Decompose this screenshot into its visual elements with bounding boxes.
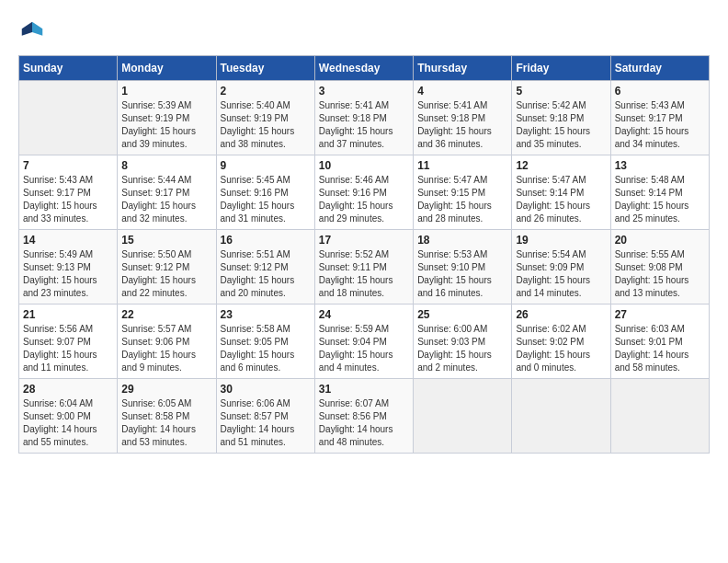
cell-detail: Sunrise: 5:47 AMSunset: 9:14 PMDaylight:… [516,174,606,225]
calendar-header: SundayMondayTuesdayWednesdayThursdayFrid… [19,56,710,81]
cell-detail: Sunrise: 6:07 AMSunset: 8:56 PMDaylight:… [319,397,409,449]
cell-detail: Sunrise: 6:05 AMSunset: 8:58 PMDaylight:… [121,397,211,449]
cell-detail: Sunrise: 5:57 AMSunset: 9:06 PMDaylight:… [121,323,211,374]
day-number: 22 [121,308,211,321]
day-header-wednesday: Wednesday [314,56,413,81]
cell-detail: Sunrise: 5:41 AMSunset: 9:18 PMDaylight:… [319,99,409,151]
calendar-cell: 28Sunrise: 6:04 AMSunset: 9:00 PMDayligh… [19,379,118,454]
calendar-cell: 6Sunrise: 5:43 AMSunset: 9:17 PMDaylight… [610,81,709,155]
day-number: 9 [221,159,311,172]
day-number: 12 [516,159,606,172]
calendar-cell: 16Sunrise: 5:51 AMSunset: 9:12 PMDayligh… [216,230,314,304]
day-number: 4 [417,85,507,98]
calendar-cell: 3Sunrise: 5:41 AMSunset: 9:18 PMDaylight… [314,81,413,155]
cell-detail: Sunrise: 5:52 AMSunset: 9:11 PMDaylight:… [319,248,409,300]
day-number: 10 [319,159,409,172]
svg-marker-0 [32,22,42,36]
day-header-monday: Monday [118,56,216,81]
day-number: 21 [23,308,113,321]
day-number: 30 [221,383,311,396]
day-number: 6 [615,85,705,98]
day-number: 3 [319,85,409,98]
day-number: 16 [221,234,311,247]
cell-detail: Sunrise: 5:50 AMSunset: 9:12 PMDaylight:… [121,248,211,300]
day-number: 27 [615,308,705,321]
logo [18,18,48,46]
calendar-cell [512,379,610,454]
calendar-cell: 30Sunrise: 6:06 AMSunset: 8:57 PMDayligh… [216,379,314,454]
cell-detail: Sunrise: 5:46 AMSunset: 9:16 PMDaylight:… [319,174,409,225]
cell-detail: Sunrise: 5:41 AMSunset: 9:18 PMDaylight:… [417,99,507,151]
day-number: 11 [417,159,507,172]
cell-detail: Sunrise: 5:53 AMSunset: 9:10 PMDaylight:… [417,248,507,300]
calendar-cell: 19Sunrise: 5:54 AMSunset: 9:09 PMDayligh… [512,230,610,304]
calendar-cell: 18Sunrise: 5:53 AMSunset: 9:10 PMDayligh… [414,230,512,304]
calendar-cell: 9Sunrise: 5:45 AMSunset: 9:16 PMDaylight… [216,155,314,230]
calendar-cell: 22Sunrise: 5:57 AMSunset: 9:06 PMDayligh… [118,304,216,379]
day-number: 2 [221,85,311,98]
calendar-table: SundayMondayTuesdayWednesdayThursdayFrid… [18,55,710,454]
day-header-sunday: Sunday [19,56,118,81]
logo-icon [18,18,46,46]
calendar-cell: 24Sunrise: 5:59 AMSunset: 9:04 PMDayligh… [314,304,413,379]
day-number: 13 [615,159,705,172]
cell-detail: Sunrise: 5:55 AMSunset: 9:08 PMDaylight:… [615,248,705,300]
cell-detail: Sunrise: 6:02 AMSunset: 9:02 PMDaylight:… [516,323,606,374]
cell-detail: Sunrise: 5:47 AMSunset: 9:15 PMDaylight:… [417,174,507,225]
cell-detail: Sunrise: 5:58 AMSunset: 9:05 PMDaylight:… [221,323,311,374]
calendar-cell: 20Sunrise: 5:55 AMSunset: 9:08 PMDayligh… [610,230,709,304]
cell-detail: Sunrise: 5:51 AMSunset: 9:12 PMDaylight:… [221,248,311,300]
calendar-week-1: 1Sunrise: 5:39 AMSunset: 9:19 PMDaylight… [19,81,710,155]
day-number: 1 [121,85,211,98]
cell-detail: Sunrise: 5:48 AMSunset: 9:14 PMDaylight:… [615,174,705,225]
day-number: 26 [516,308,606,321]
calendar-cell: 15Sunrise: 5:50 AMSunset: 9:12 PMDayligh… [118,230,216,304]
cell-detail: Sunrise: 6:06 AMSunset: 8:57 PMDaylight:… [221,397,311,449]
calendar-cell: 14Sunrise: 5:49 AMSunset: 9:13 PMDayligh… [19,230,118,304]
cell-detail: Sunrise: 5:43 AMSunset: 9:17 PMDaylight:… [23,174,113,225]
day-number: 20 [615,234,705,247]
calendar-cell: 31Sunrise: 6:07 AMSunset: 8:56 PMDayligh… [314,379,413,454]
calendar-cell: 17Sunrise: 5:52 AMSunset: 9:11 PMDayligh… [314,230,413,304]
day-number: 28 [23,383,113,396]
calendar-cell [610,379,709,454]
cell-detail: Sunrise: 5:49 AMSunset: 9:13 PMDaylight:… [23,248,113,300]
calendar-cell: 7Sunrise: 5:43 AMSunset: 9:17 PMDaylight… [19,155,118,230]
cell-detail: Sunrise: 5:42 AMSunset: 9:18 PMDaylight:… [516,99,606,151]
page-container: SundayMondayTuesdayWednesdayThursdayFrid… [0,0,728,463]
day-number: 5 [516,85,606,98]
cell-detail: Sunrise: 5:39 AMSunset: 9:19 PMDaylight:… [121,99,211,151]
calendar-cell: 5Sunrise: 5:42 AMSunset: 9:18 PMDaylight… [512,81,610,155]
day-number: 25 [417,308,507,321]
cell-detail: Sunrise: 6:04 AMSunset: 9:00 PMDaylight:… [23,397,113,449]
day-number: 14 [23,234,113,247]
day-number: 23 [221,308,311,321]
cell-detail: Sunrise: 5:45 AMSunset: 9:16 PMDaylight:… [221,174,311,225]
calendar-cell: 25Sunrise: 6:00 AMSunset: 9:03 PMDayligh… [414,304,512,379]
calendar-week-5: 28Sunrise: 6:04 AMSunset: 9:00 PMDayligh… [19,379,710,454]
calendar-week-2: 7Sunrise: 5:43 AMSunset: 9:17 PMDaylight… [19,155,710,230]
svg-marker-1 [22,22,32,36]
calendar-cell: 10Sunrise: 5:46 AMSunset: 9:16 PMDayligh… [314,155,413,230]
day-number: 18 [417,234,507,247]
day-number: 17 [319,234,409,247]
day-number: 29 [121,383,211,396]
calendar-cell [414,379,512,454]
cell-detail: Sunrise: 5:43 AMSunset: 9:17 PMDaylight:… [615,99,705,151]
calendar-week-3: 14Sunrise: 5:49 AMSunset: 9:13 PMDayligh… [19,230,710,304]
calendar-cell: 26Sunrise: 6:02 AMSunset: 9:02 PMDayligh… [512,304,610,379]
cell-detail: Sunrise: 5:56 AMSunset: 9:07 PMDaylight:… [23,323,113,374]
calendar-cell: 1Sunrise: 5:39 AMSunset: 9:19 PMDaylight… [118,81,216,155]
day-header-thursday: Thursday [414,56,512,81]
page-header [18,18,710,46]
day-header-friday: Friday [512,56,610,81]
cell-detail: Sunrise: 6:00 AMSunset: 9:03 PMDaylight:… [417,323,507,374]
day-number: 31 [319,383,409,396]
calendar-body: 1Sunrise: 5:39 AMSunset: 9:19 PMDaylight… [19,81,710,454]
day-number: 8 [121,159,211,172]
calendar-cell [19,81,118,155]
calendar-cell: 21Sunrise: 5:56 AMSunset: 9:07 PMDayligh… [19,304,118,379]
cell-detail: Sunrise: 5:40 AMSunset: 9:19 PMDaylight:… [221,99,311,151]
cell-detail: Sunrise: 5:54 AMSunset: 9:09 PMDaylight:… [516,248,606,300]
cell-detail: Sunrise: 5:44 AMSunset: 9:17 PMDaylight:… [121,174,211,225]
